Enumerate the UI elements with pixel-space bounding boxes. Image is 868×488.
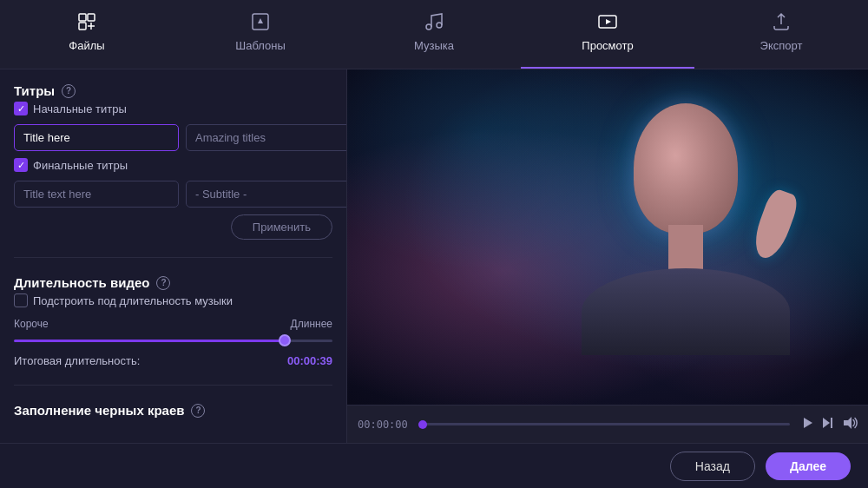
slider-min-label: Короче [14, 318, 49, 330]
titles-header: Титры ? [14, 83, 332, 98]
duration-help-icon[interactable]: ? [156, 276, 170, 290]
slider-wrap [14, 333, 332, 347]
video-placeholder [347, 69, 868, 405]
svg-rect-1 [88, 14, 95, 21]
opening-subtitle-input[interactable] [186, 124, 347, 151]
duration-check-row: Подстроить под длительность музыки [14, 293, 332, 307]
slider-labels: Короче Длиннее [14, 318, 332, 330]
play-button[interactable] [800, 416, 814, 432]
back-button[interactable]: Назад [670, 452, 755, 481]
closing-titles-inputs [14, 181, 332, 208]
apply-button-wrap: Применить [14, 214, 332, 240]
video-area [347, 69, 868, 405]
top-navigation: Файлы Шаблоны Музыка Просмотр [0, 0, 868, 69]
apply-button[interactable]: Применить [231, 214, 332, 240]
duration-total-row: Итоговая длительность: 00:00:39 [14, 354, 332, 367]
opening-titles-checkbox[interactable] [14, 102, 28, 115]
opening-title-input[interactable] [14, 124, 179, 151]
closing-titles-label: Финальные титры [33, 159, 128, 172]
templates-icon [250, 11, 271, 36]
nav-label-preview: Просмотр [582, 39, 633, 52]
divider-2 [14, 385, 332, 386]
hand-shape [748, 187, 800, 262]
fill-label: Заполнение черных краев [14, 403, 184, 418]
opening-titles-row: Начальные титры [14, 102, 332, 115]
closing-titles-row: Финальные титры [14, 158, 332, 172]
music-icon [424, 11, 444, 36]
files-icon [76, 11, 97, 36]
duration-total-value: 00:00:39 [287, 354, 332, 367]
duration-header: Длительность видео ? [14, 275, 332, 290]
shoulder-shape [582, 268, 790, 355]
timeline-playhead [418, 420, 427, 429]
nav-label-music: Музыка [414, 39, 454, 52]
nav-item-files[interactable]: Файлы [0, 0, 174, 69]
svg-rect-0 [79, 14, 86, 21]
left-panel: Титры ? Начальные титры Финальные титры [0, 69, 347, 443]
svg-marker-10 [606, 19, 611, 24]
titles-section: Титры ? Начальные титры Финальные титры [14, 83, 332, 240]
opening-titles-inputs [14, 124, 332, 151]
svg-marker-11 [804, 418, 812, 428]
svg-point-8 [437, 23, 442, 28]
svg-marker-14 [844, 417, 852, 429]
closing-subtitle-input[interactable] [186, 181, 347, 208]
main-content: Титры ? Начальные титры Финальные титры [0, 69, 868, 443]
head-shape [634, 103, 738, 234]
svg-marker-6 [258, 18, 263, 23]
right-panel: 00:00:00 [347, 69, 868, 443]
nav-item-preview[interactable]: Просмотр [521, 0, 694, 69]
duration-adjust-label: Подстроить под длительность музыки [33, 294, 233, 307]
current-time: 00:00:00 [358, 419, 408, 431]
nav-label-templates: Шаблоны [235, 39, 286, 52]
nav-item-export[interactable]: Экспорт [694, 0, 868, 69]
person-shape [556, 103, 816, 372]
svg-rect-13 [831, 418, 832, 428]
svg-rect-2 [79, 23, 86, 30]
preview-icon [597, 11, 618, 36]
closing-titles-checkbox[interactable] [14, 158, 28, 172]
nav-label-export: Экспорт [760, 39, 803, 52]
next-button[interactable]: Далее [766, 452, 851, 480]
duration-adjust-checkbox[interactable] [14, 293, 28, 307]
volume-icon[interactable] [842, 415, 858, 433]
fill-section: Заполнение черных краев ? [14, 403, 332, 421]
titles-help-icon[interactable]: ? [62, 84, 76, 98]
slider-max-label: Длиннее [291, 318, 332, 330]
export-icon [771, 11, 792, 36]
nav-item-templates[interactable]: Шаблоны [174, 0, 347, 69]
slider-thumb[interactable] [279, 334, 291, 346]
titles-label: Титры [14, 83, 55, 98]
divider-1 [14, 257, 332, 258]
slider-track [14, 340, 332, 342]
fill-help-icon[interactable]: ? [191, 404, 205, 418]
duration-total-label: Итоговая длительность: [14, 354, 140, 367]
fill-header: Заполнение черных краев ? [14, 403, 332, 418]
nav-label-files: Файлы [69, 39, 104, 52]
next-frame-button[interactable] [821, 416, 835, 432]
bottom-bar: Назад Далее [0, 443, 868, 488]
timeline-bar: 00:00:00 [347, 405, 868, 443]
svg-point-7 [426, 24, 431, 30]
opening-titles-label: Начальные титры [33, 102, 127, 115]
closing-title-input[interactable] [14, 181, 179, 208]
svg-marker-12 [823, 418, 830, 428]
nav-item-music[interactable]: Музыка [347, 0, 521, 69]
timeline-track[interactable] [418, 423, 790, 425]
duration-label: Длительность видео [14, 275, 149, 290]
duration-section: Длительность видео ? Подстроить под длит… [14, 275, 332, 367]
play-controls [800, 415, 858, 433]
